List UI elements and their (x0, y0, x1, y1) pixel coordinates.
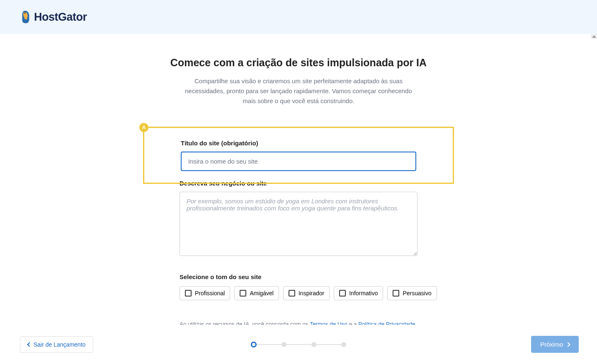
footer: Sair de Lançamento Próximo (0, 325, 597, 364)
step-line (286, 344, 311, 345)
tone-chip-amigavel[interactable]: Amigável (234, 286, 279, 300)
tone-chip-label: Informativo (349, 290, 378, 297)
checkbox-icon (240, 290, 246, 297)
main-form: Comece com a criação de sites impulsiona… (153, 34, 444, 325)
describe-textarea[interactable] (180, 192, 417, 256)
step-dot-2[interactable] (282, 342, 286, 347)
legal-text: Ao utilizar os recursos de IA, você conc… (180, 320, 417, 325)
tone-label: Selecione o tom do seu site (180, 273, 417, 280)
brand-logo: HostGator (20, 9, 87, 25)
page-subtitle: Compartilhe sua visão e criaremos um sit… (178, 76, 419, 106)
terms-link[interactable]: Termos de Uso (310, 321, 347, 325)
checkbox-icon (339, 290, 346, 297)
site-title-label: Título do site (obrigatório) (181, 140, 416, 147)
next-button-label: Próximo (540, 341, 563, 348)
page-title: Comece com a criação de sites impulsiona… (153, 57, 444, 69)
tone-chip-label: Profissional (195, 290, 225, 297)
progress-stepper (251, 342, 346, 347)
checkbox-icon (393, 290, 399, 297)
header: HostGator (0, 0, 597, 34)
legal-prefix: Ao utilizar os recursos de IA, você conc… (180, 321, 310, 325)
next-button[interactable]: Próximo (531, 336, 579, 353)
tone-chip-informativo[interactable]: Informativo (334, 286, 383, 300)
step-line (316, 344, 341, 345)
tone-chip-inspirador[interactable]: Inspirador (283, 286, 330, 300)
highlighted-section: A Título do site (obrigatório) (143, 127, 454, 184)
checkbox-icon (185, 290, 192, 297)
exit-button[interactable]: Sair de Lançamento (20, 336, 93, 353)
tone-options: Profissional Amigável Inspirador Informa… (180, 286, 417, 300)
tone-chip-persuasivo[interactable]: Persuasivo (387, 286, 437, 300)
tone-chip-label: Persuasivo (403, 290, 431, 297)
chevron-right-icon (565, 342, 570, 347)
tone-chip-label: Amigável (250, 290, 274, 297)
brand-name: HostGator (34, 11, 87, 24)
step-line (257, 344, 282, 345)
tone-chip-label: Inspirador (298, 290, 324, 297)
step-dot-4[interactable] (341, 342, 346, 347)
step-dot-3[interactable] (311, 342, 316, 347)
legal-and: e a (347, 321, 358, 325)
highlight-badge: A (139, 123, 148, 132)
exit-button-label: Sair de Lançamento (34, 341, 85, 348)
gator-icon (20, 9, 32, 25)
tone-chip-profissional[interactable]: Profissional (180, 286, 230, 300)
privacy-link[interactable]: Política de Privacidade (358, 321, 415, 325)
chevron-left-icon (27, 342, 32, 347)
content-scroll-area[interactable]: Comece com a criação de sites impulsiona… (0, 34, 597, 325)
site-title-input[interactable] (181, 152, 416, 171)
checkbox-icon (289, 290, 295, 297)
svg-point-0 (24, 12, 26, 14)
step-dot-1[interactable] (251, 342, 257, 347)
